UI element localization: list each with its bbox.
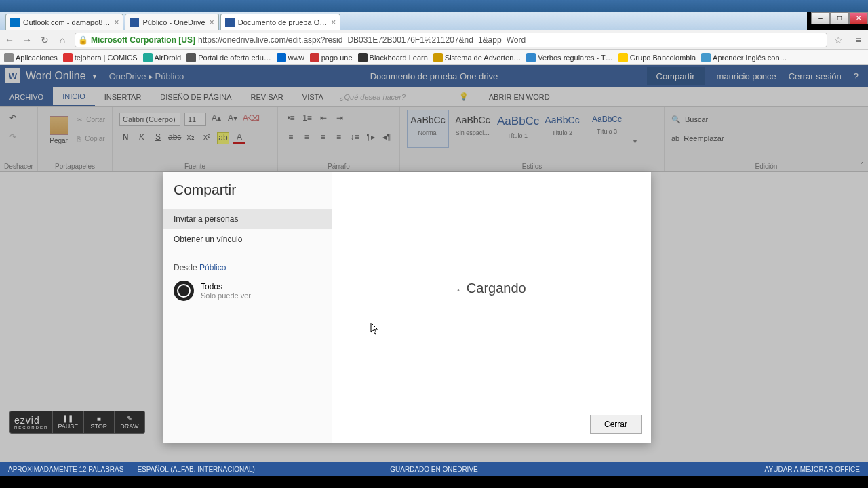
recorder-draw-button[interactable]: ✎DRAW <box>114 411 144 433</box>
back-icon[interactable]: ← <box>4 35 15 45</box>
browser-tab[interactable]: Outlook.com - damapo8… × <box>5 14 123 30</box>
window-close-button[interactable]: ✕ <box>849 12 868 24</box>
home-icon[interactable]: ⌂ <box>57 35 68 45</box>
bookmark-star-icon[interactable]: ☆ <box>834 35 846 45</box>
bookmark-label: Verbos regulares - T… <box>538 54 612 62</box>
menu-icon[interactable]: ≡ <box>853 35 864 45</box>
bookmark-item[interactable]: Verbos regulares - T… <box>526 53 612 62</box>
share-dialog: Compartir Invitar a personas Obtener un … <box>163 172 651 443</box>
bookmark-item[interactable]: tejohora | COMICS <box>63 53 138 62</box>
browser-tab-active[interactable]: Documento de prueba O… × <box>220 14 340 30</box>
recorder-brand: ezvidRECORDER <box>10 415 52 430</box>
bookmark-favicon-icon <box>186 53 196 62</box>
from-prefix: Desde <box>174 263 199 272</box>
globe-icon <box>174 281 194 301</box>
screen-recorder-widget: ezvidRECORDER ❚❚PAUSE ■STOP ✎DRAW <box>9 411 145 434</box>
permission-title: Todos <box>201 282 251 291</box>
forward-icon[interactable]: → <box>22 35 33 45</box>
browser-navbar: ← → ↻ ⌂ 🔒 Microsoft Corporation [US] htt… <box>0 30 868 50</box>
window-minimize-button[interactable]: – <box>811 12 830 24</box>
bookmark-favicon-icon <box>277 53 286 62</box>
tab-title: Público - OneDrive <box>142 18 205 26</box>
browser-tab[interactable]: Público - OneDrive × <box>125 14 218 30</box>
status-bar: APROXIMADAMENTE 12 PALABRAS ESPAÑOL (ALF… <box>0 462 868 476</box>
url-origin: Microsoft Corporation [US] <box>91 35 195 45</box>
bookmark-label: AirDroid <box>155 54 182 62</box>
bookmark-item[interactable]: Blackboard Learn <box>358 53 428 62</box>
reload-icon[interactable]: ↻ <box>39 35 50 45</box>
dialog-title: Compartir <box>163 182 332 209</box>
apps-icon <box>4 53 14 62</box>
tab-title: Documento de prueba O… <box>238 18 327 26</box>
bookmark-label: pago une <box>321 54 353 62</box>
pencil-icon: ✎ <box>115 415 144 422</box>
bookmark-label: Portal de oferta edu… <box>198 54 271 62</box>
bookmark-label: Aplicaciones <box>16 54 58 62</box>
bookmark-favicon-icon <box>433 53 443 62</box>
bookmark-label: Grupo Bancolombia <box>630 54 696 62</box>
stop-icon: ■ <box>84 415 114 422</box>
bookmark-favicon-icon <box>618 53 628 62</box>
bookmark-item[interactable]: Portal de oferta edu… <box>186 53 271 62</box>
bookmark-favicon-icon <box>358 53 368 62</box>
close-button[interactable]: Cerrar <box>590 415 642 434</box>
favicon-icon <box>225 18 235 27</box>
permission-row[interactable]: Todos Solo puede ver <box>163 278 332 304</box>
permission-subtitle: Solo puede ver <box>201 291 251 300</box>
tab-close-icon[interactable]: × <box>331 18 336 27</box>
favicon-icon <box>10 18 20 27</box>
bookmarks-bar: Aplicaciones tejohora | COMICS AirDroid … <box>0 50 868 65</box>
url-bar[interactable]: 🔒 Microsoft Corporation [US] https://one… <box>75 33 827 47</box>
share-option-invite[interactable]: Invitar a personas <box>163 209 332 229</box>
url-path: https://onedrive.live.com/edit.aspx?resi… <box>198 35 526 45</box>
share-option-link[interactable]: Obtener un vínculo <box>163 229 332 249</box>
share-from-label: Desde Público <box>163 249 332 278</box>
recorder-label: PAUSE <box>53 423 83 430</box>
window-maximize-button[interactable]: □ <box>830 12 849 24</box>
bookmark-item[interactable]: Sistema de Adverten… <box>433 53 521 62</box>
bookmark-item[interactable]: Aprender Inglés con… <box>701 53 787 62</box>
bookmark-favicon-icon <box>63 53 73 62</box>
recorder-stop-button[interactable]: ■STOP <box>83 411 114 433</box>
bookmark-label: www <box>288 54 304 62</box>
bookmark-item[interactable]: www <box>277 53 304 62</box>
bookmark-item[interactable]: AirDroid <box>143 53 182 62</box>
save-status: GUARDADO EN ONEDRIVE <box>0 466 868 473</box>
tab-close-icon[interactable]: × <box>210 18 214 27</box>
bookmark-favicon-icon <box>310 53 319 62</box>
bookmark-label: Sistema de Adverten… <box>445 54 521 62</box>
favicon-icon <box>130 18 139 27</box>
bookmark-favicon-icon <box>526 53 536 62</box>
recorder-pause-button[interactable]: ❚❚PAUSE <box>52 411 83 433</box>
from-folder-link[interactable]: Público <box>199 263 226 272</box>
bookmark-favicon-icon <box>701 53 711 62</box>
recorder-label: DRAW <box>115 423 144 430</box>
pause-icon: ❚❚ <box>53 415 83 422</box>
bookmark-label: tejohora | COMICS <box>75 54 138 62</box>
tab-close-icon[interactable]: × <box>114 18 119 27</box>
tab-title: Outlook.com - damapo8… <box>23 18 110 26</box>
bookmark-item[interactable]: Grupo Bancolombia <box>618 53 696 62</box>
bookmark-item[interactable]: pago une <box>310 53 353 62</box>
browser-tabstrip: Outlook.com - damapo8… × Público - OneDr… <box>0 12 807 30</box>
bookmark-label: Blackboard Learn <box>370 54 428 62</box>
bookmark-label: Aprender Inglés con… <box>713 54 787 62</box>
bookmark-item[interactable]: Aplicaciones <box>4 53 58 62</box>
loading-text: Cargando <box>332 281 651 296</box>
recorder-label: STOP <box>84 423 114 430</box>
bookmark-favicon-icon <box>143 53 153 62</box>
lock-icon: 🔒 <box>78 35 88 45</box>
